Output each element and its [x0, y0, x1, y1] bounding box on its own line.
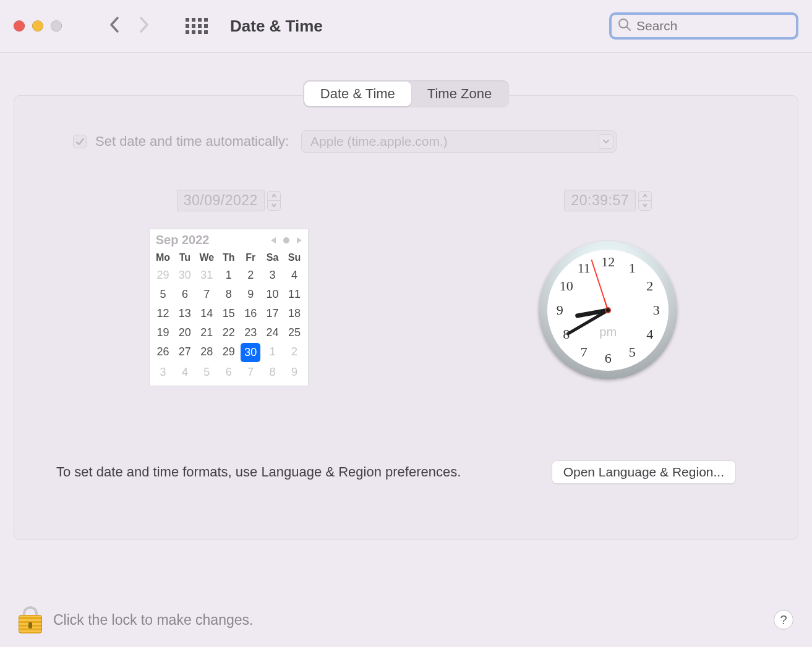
calendar-day[interactable]: 11: [283, 285, 305, 304]
calendar-day[interactable]: 7: [239, 363, 261, 382]
clock-numeral: 2: [646, 278, 653, 294]
time-field[interactable]: 20:39:57: [564, 190, 652, 211]
clock-numeral: 5: [629, 344, 636, 360]
calendar-day[interactable]: 31: [196, 266, 218, 285]
clock-ampm: pm: [599, 325, 617, 339]
calendar-day-header: Fr: [239, 250, 261, 266]
calendar-day[interactable]: 8: [218, 285, 239, 304]
show-all-icon[interactable]: [186, 18, 208, 34]
calendar-day-header: Tu: [174, 250, 195, 266]
chevron-down-icon: [599, 134, 613, 149]
time-stepper[interactable]: [638, 191, 652, 211]
calendar-day[interactable]: 19: [152, 323, 174, 342]
time-server-value: Apple (time.apple.com.): [310, 134, 448, 149]
calendar-day[interactable]: 8: [262, 363, 283, 382]
stepper-down-icon[interactable]: [639, 201, 651, 210]
open-language-region-button[interactable]: Open Language & Region...: [552, 460, 736, 484]
search-input[interactable]: [636, 19, 798, 33]
calendar-day[interactable]: 22: [218, 323, 239, 342]
stepper-down-icon[interactable]: [268, 201, 280, 210]
calendar-prev-icon[interactable]: [270, 236, 277, 245]
calendar-day-header: We: [196, 250, 218, 266]
calendar-today-icon[interactable]: [283, 237, 289, 243]
analog-clock: pm 121234567891011: [539, 241, 677, 379]
back-button[interactable]: [109, 16, 120, 36]
auto-date-time-label: Set date and time automatically:: [95, 133, 289, 150]
traffic-lights: [14, 20, 62, 32]
calendar-day[interactable]: 30: [174, 266, 195, 285]
lock-icon[interactable]: [19, 606, 42, 633]
clock-numeral: 7: [581, 344, 588, 360]
calendar-day[interactable]: 7: [196, 285, 218, 304]
calendar-day[interactable]: 12: [152, 304, 174, 323]
calendar-day[interactable]: 20: [174, 323, 195, 342]
calendar-day[interactable]: 13: [174, 304, 195, 323]
calendar-day-header: Mo: [152, 250, 174, 266]
calendar-day-header: Sa: [262, 250, 283, 266]
stepper-up-icon[interactable]: [639, 192, 651, 201]
calendar-day[interactable]: 3: [152, 363, 174, 382]
calendar-day[interactable]: 30: [241, 343, 260, 362]
auto-date-time-checkbox[interactable]: [73, 135, 87, 148]
tab-time-zone[interactable]: Time Zone: [411, 82, 508, 106]
zoom-window-button[interactable]: [51, 20, 62, 32]
format-hint-row: To set date and time formats, use Langua…: [14, 460, 798, 484]
calendar-day[interactable]: 29: [218, 342, 239, 363]
calendar-nav: [270, 236, 303, 245]
help-button[interactable]: ?: [774, 610, 793, 630]
close-window-button[interactable]: [14, 20, 25, 32]
calendar[interactable]: Sep 2022 MoTuWeThFrSaSu29303112345678910…: [149, 229, 309, 386]
calendar-day[interactable]: 5: [196, 363, 218, 382]
calendar-day[interactable]: 3: [262, 266, 283, 285]
calendar-day[interactable]: 17: [262, 304, 283, 323]
auto-date-time-row: Set date and time automatically: Apple (…: [14, 130, 798, 153]
tab-date-time[interactable]: Date & Time: [304, 82, 411, 106]
calendar-title: Sep 2022: [156, 233, 210, 247]
svg-marker-3: [297, 237, 302, 243]
calendar-day-header: Th: [218, 250, 239, 266]
calendar-day[interactable]: 1: [218, 266, 239, 285]
calendar-day[interactable]: 26: [152, 342, 174, 363]
calendar-day[interactable]: 27: [174, 342, 195, 363]
clock-numeral: 11: [578, 260, 591, 276]
calendar-day[interactable]: 25: [283, 323, 305, 342]
date-field[interactable]: 30/09/2022: [177, 190, 281, 211]
calendar-day[interactable]: 9: [283, 363, 305, 382]
calendar-day[interactable]: 15: [218, 304, 239, 323]
minimize-window-button[interactable]: [32, 20, 43, 32]
clock-numeral: 10: [560, 278, 573, 294]
calendar-day[interactable]: 2: [283, 342, 305, 363]
calendar-day[interactable]: 10: [262, 285, 283, 304]
calendar-day[interactable]: 6: [174, 285, 195, 304]
format-hint-text: To set date and time formats, use Langua…: [56, 464, 461, 480]
calendar-day[interactable]: 24: [262, 323, 283, 342]
calendar-day[interactable]: 6: [218, 363, 239, 382]
segmented-control: Date & Time Time Zone: [303, 80, 509, 108]
calendar-day[interactable]: 1: [262, 342, 283, 363]
calendar-day[interactable]: 4: [174, 363, 195, 382]
calendar-day[interactable]: 28: [196, 342, 218, 363]
stepper-up-icon[interactable]: [268, 192, 280, 201]
calendar-day[interactable]: 23: [239, 323, 261, 342]
calendar-day[interactable]: 18: [283, 304, 305, 323]
time-value: 20:39:57: [564, 190, 636, 211]
window-title: Date & Time: [230, 17, 323, 36]
search-field[interactable]: [609, 12, 798, 40]
date-stepper[interactable]: [267, 191, 281, 211]
time-server-combo[interactable]: Apple (time.apple.com.): [301, 130, 617, 153]
calendar-day[interactable]: 21: [196, 323, 218, 342]
forward-button[interactable]: [139, 16, 150, 36]
calendar-day[interactable]: 29: [152, 266, 174, 285]
clock-numeral: 1: [629, 260, 636, 276]
calendar-next-icon[interactable]: [296, 236, 303, 245]
svg-marker-2: [271, 237, 276, 243]
calendar-day[interactable]: 14: [196, 304, 218, 323]
calendar-day[interactable]: 2: [239, 266, 261, 285]
clock-numeral: 3: [653, 302, 660, 318]
calendar-day[interactable]: 9: [239, 285, 261, 304]
calendar-day[interactable]: 4: [283, 266, 305, 285]
preferences-panel: Set date and time automatically: Apple (…: [14, 95, 798, 540]
calendar-day[interactable]: 16: [239, 304, 261, 323]
calendar-day[interactable]: 5: [152, 285, 174, 304]
calendar-day-header: Su: [283, 250, 305, 266]
